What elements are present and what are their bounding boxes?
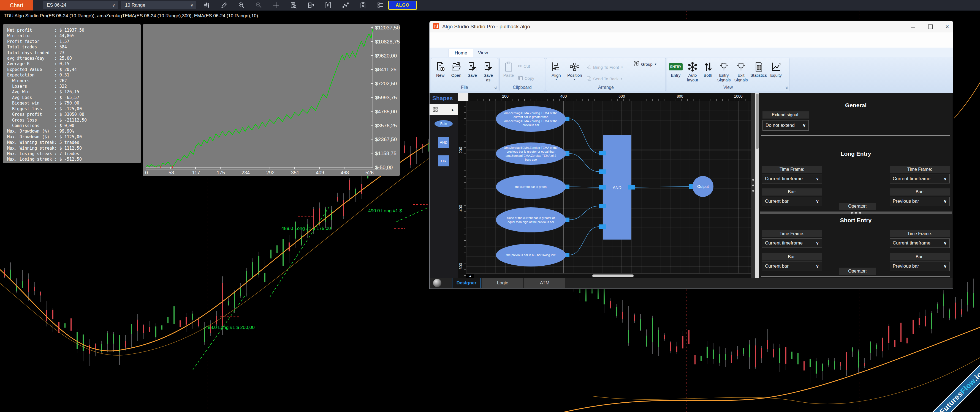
cut-button[interactable]: ✂ Cut (518, 63, 530, 69)
canvas-vertical-scrollbar[interactable] (755, 93, 759, 278)
candlestick-chart-icon[interactable] (203, 2, 210, 9)
position-icon (570, 60, 580, 73)
checklist-icon[interactable] (377, 2, 384, 9)
interval-value: 10 Range (125, 3, 145, 8)
bring-to-front-button[interactable]: Bring To Front ▼ (587, 64, 624, 70)
palette-shape-and[interactable]: AND (438, 137, 449, 148)
draw-pencil-icon[interactable] (221, 2, 228, 9)
long-left-timeframe-select[interactable]: Current timeframe∨ (762, 174, 822, 184)
svg-text:$8411,25: $8411,25 (375, 67, 396, 72)
long-left-bar-select[interactable]: Current bar∨ (762, 196, 822, 206)
svg-text:$10828,75: $10828,75 (375, 39, 400, 44)
chevron-down-icon: ∨ (191, 3, 193, 8)
group-button[interactable]: Group ▼ (634, 61, 657, 67)
both-view-button[interactable]: Both (702, 60, 714, 78)
statistics-button[interactable]: Statistics (749, 60, 768, 78)
chevron-down-icon: ▼ (620, 77, 623, 80)
position-button[interactable]: Position ▼ (566, 60, 584, 81)
scroll-left-icon[interactable]: ◀ (466, 274, 474, 278)
open-button[interactable]: Open (448, 60, 464, 78)
dialog-launcher-icon[interactable]: ⇲ (785, 86, 788, 90)
trade-annotation: 490.0 Long #1 $ (368, 208, 402, 214)
exit-signals-button[interactable]: Exit Signals (733, 60, 749, 82)
paste-icon (503, 60, 514, 73)
entry-view-button[interactable]: ENTRY Entry (668, 60, 683, 78)
new-button[interactable]: New (432, 60, 448, 78)
logic-node-3[interactable]: the current bar is green (496, 175, 566, 199)
canvas-horizontal-scrollbar[interactable]: ◀ (466, 273, 751, 278)
tab-logic[interactable]: Logic (482, 278, 523, 288)
auto-layout-button[interactable]: Auto layout (684, 60, 701, 82)
lightbulb-icon (736, 60, 746, 73)
chevron-down-icon: ∨ (112, 3, 115, 8)
grid-view-icon (433, 107, 438, 113)
scrollbar-thumb[interactable] (592, 274, 633, 277)
chevron-down-icon: ▼ (620, 66, 624, 69)
interval-select[interactable]: 10 Range ∨ (121, 1, 196, 10)
zoom-out-icon[interactable] (255, 2, 262, 9)
extend-signal-select[interactable]: Do not extend∨ (762, 120, 809, 131)
scrollbar-thumb[interactable] (756, 94, 759, 149)
align-button[interactable]: Align ▼ (548, 60, 565, 81)
clipboard-remove-icon[interactable] (360, 2, 366, 9)
report-icon[interactable] (290, 2, 297, 9)
short-right-bar-select[interactable]: Previous bar∨ (890, 261, 950, 271)
send-to-back-button[interactable]: Send To Back ▼ (587, 76, 623, 82)
entry-signals-button[interactable]: Entry Signals (715, 60, 732, 82)
svg-text:$4785,00: $4785,00 (375, 109, 397, 114)
align-icon (551, 60, 561, 73)
palette-shape-rule[interactable]: Rule (434, 120, 453, 127)
save-as-button[interactable]: Save as (480, 60, 496, 82)
logic-canvas[interactable]: 2004006008001000200400600ANDOutput ◀ ama… (458, 93, 751, 278)
paste-button[interactable]: Paste (501, 60, 516, 78)
svg-text:0: 0 (145, 170, 148, 176)
svg-text:200: 200 (502, 94, 509, 98)
panel-splitter[interactable] (751, 93, 755, 278)
ribbon-group-view: ENTRY Entry Auto layout Both Entry Signa… (667, 58, 789, 91)
window-titlebar[interactable]: Algo Studio Studio Pro - pullback.algo ✕ (430, 21, 953, 32)
save-button[interactable]: Save (464, 60, 480, 78)
copy-button[interactable]: Copy (518, 75, 534, 81)
close-icon[interactable]: ✕ (945, 24, 949, 29)
tab-atm[interactable]: ATM (524, 278, 565, 288)
svg-text:400: 400 (458, 205, 463, 211)
tab-home[interactable]: Home (449, 49, 473, 57)
long-right-bar-select[interactable]: Previous bar∨ (890, 196, 950, 206)
palette-shape-or[interactable]: OR (438, 155, 449, 166)
ribbon-group-arrange: Align ▼ Position ▼ Bring To Front ▼ Send… (546, 58, 666, 91)
bar-label: Bar: (890, 253, 950, 260)
minimize-icon[interactable] (911, 25, 915, 28)
logic-node-4[interactable]: close of the current bar is greater or e… (496, 208, 566, 232)
svg-text:400: 400 (560, 94, 567, 98)
dialog-launcher-icon[interactable]: ⇲ (494, 86, 497, 90)
logic-node-2[interactable]: amaZerolagTEMA.Zerolag TEMA of the previ… (496, 143, 566, 165)
palette-header[interactable]: ► (430, 104, 458, 115)
equity-view-button[interactable]: Equity (768, 60, 784, 78)
bar-label: Bar: (762, 189, 822, 196)
designer-tab-bar: Designer Logic ATM (430, 278, 953, 288)
long-right-timeframe-select[interactable]: Current timeframe∨ (890, 174, 950, 184)
algo-button[interactable]: ALGO (388, 1, 417, 10)
status-orb[interactable] (433, 279, 441, 287)
short-left-bar-select[interactable]: Current bar∨ (762, 261, 822, 271)
maximize-icon[interactable] (928, 24, 933, 29)
chart-tab-button[interactable]: Chart (0, 0, 33, 10)
tab-designer[interactable]: Designer (452, 278, 481, 288)
logic-node-1[interactable]: amaZerolagTEMA.Zerolag TEMA of the curre… (496, 106, 566, 132)
chevron-down-icon: ▼ (573, 78, 576, 81)
logic-node-5[interactable]: the previous bar is a 5 bar swing low (496, 244, 566, 266)
tab-view[interactable]: View (473, 49, 493, 57)
symbol-select[interactable]: ES 06-24 ∨ (43, 1, 118, 10)
zoom-in-icon[interactable] (238, 2, 245, 9)
svg-text:234: 234 (242, 170, 250, 176)
expand-arrow-icon[interactable]: ► (451, 108, 455, 112)
crosshair-icon[interactable] (273, 2, 280, 9)
chart-trader-icon[interactable] (325, 2, 332, 9)
section-splitter[interactable] (760, 211, 952, 214)
svg-text:$-50,00: $-50,00 (375, 165, 393, 170)
svg-text:1000: 1000 (734, 94, 742, 98)
data-window-icon[interactable] (307, 2, 315, 9)
strategy-path-icon[interactable] (342, 2, 349, 9)
short-right-timeframe-select[interactable]: Current timeframe∨ (890, 238, 950, 248)
short-left-timeframe-select[interactable]: Current timeframe∨ (762, 238, 822, 248)
